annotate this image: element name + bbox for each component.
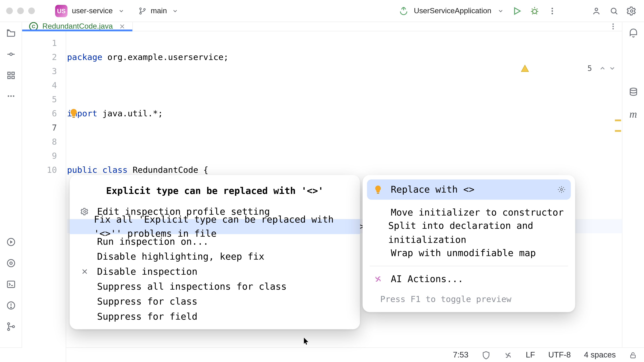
line-gutter: 1 2 3 4 5 6 7 8 9 10 [22, 31, 66, 362]
svg-point-0 [140, 8, 141, 9]
menu-item-label: Split into declaration and initializatio… [388, 219, 566, 247]
svg-line-10 [616, 12, 617, 14]
run-config-selector[interactable]: UserServiceApplication [399, 6, 504, 16]
project-selector[interactable]: US user-service [52, 3, 127, 19]
run-config-name: UserServiceApplication [414, 6, 492, 15]
left-tool-rail [0, 22, 22, 348]
main-toolbar: US user-service main [0, 0, 644, 22]
database-tool-icon[interactable] [628, 87, 638, 97]
ai-actions-item[interactable]: AI Actions... [367, 269, 571, 289]
project-avatar: US [55, 5, 68, 17]
settings-button[interactable] [623, 2, 640, 19]
code-editor[interactable]: 1 2 3 4 5 6 7 8 9 10 package org.example… [22, 31, 622, 362]
replace-with-diamond-item[interactable]: Replace with <> [367, 179, 571, 200]
suppress-for-class-item[interactable]: Suppress for class [70, 294, 360, 309]
svg-point-11 [630, 9, 633, 12]
next-highlight-icon[interactable] [609, 65, 616, 72]
svg-point-25 [10, 262, 12, 264]
svg-point-31 [8, 323, 10, 325]
menu-item-label: Wrap with unmodifiable map [391, 246, 536, 260]
menu-item-label: Suppress for class [97, 295, 198, 309]
menu-item-label: Run inspection on... [97, 234, 209, 249]
error-stripe[interactable] [617, 31, 621, 362]
split-declaration-item[interactable]: Split into declaration and initializatio… [367, 223, 571, 243]
editor-tabs: C RedundantCode.java [22, 22, 622, 31]
submenu-settings-icon[interactable] [558, 186, 565, 193]
warning-count: 5 [588, 61, 592, 75]
close-icon [79, 268, 90, 275]
code-with-me-button[interactable] [588, 2, 605, 19]
svg-rect-17 [8, 76, 10, 79]
commit-tool-icon[interactable] [6, 49, 16, 59]
svg-point-8 [595, 8, 598, 10]
vcs-tool-icon[interactable] [6, 322, 16, 332]
services-tool-icon[interactable] [6, 258, 16, 268]
readonly-lock-icon[interactable] [629, 351, 637, 359]
intention-actions-popup: Replace with <> Move initializer to cons… [362, 175, 575, 312]
menu-item-label: Disable highlighting, keep fix [97, 250, 264, 264]
project-tool-icon[interactable] [6, 28, 16, 38]
inspection-options-popup: Explicit type can be replaced with '<>' … [70, 175, 360, 329]
suppress-all-for-class-item[interactable]: Suppress all inspections for class [70, 279, 360, 294]
intention-bulb-icon[interactable] [68, 108, 79, 118]
popup-title: Explicit type can be replaced with '<>' [70, 180, 360, 204]
inspections-widget[interactable]: 5 [521, 36, 616, 101]
svg-point-40 [84, 211, 86, 213]
svg-point-5 [552, 7, 553, 9]
traffic-close[interactable] [6, 7, 13, 14]
debug-button[interactable] [526, 2, 544, 19]
window-traffic-lights [6, 7, 35, 14]
svg-point-36 [612, 23, 614, 25]
suppress-for-field-item[interactable]: Suppress for field [70, 309, 360, 324]
menu-item-label: Replace with <> [391, 183, 474, 197]
git-branch-selector[interactable]: main [138, 6, 178, 15]
problems-tool-icon[interactable] [6, 301, 16, 310]
svg-rect-46 [630, 355, 635, 358]
disable-inspection-item[interactable]: Disable inspection [70, 264, 360, 279]
run-tool-icon[interactable] [6, 237, 16, 247]
search-everywhere-button[interactable] [605, 2, 623, 19]
terminal-tool-icon[interactable] [6, 280, 16, 289]
svg-rect-39 [72, 117, 75, 118]
svg-point-33 [12, 326, 14, 328]
svg-point-6 [552, 10, 553, 11]
branch-name: main [150, 6, 167, 15]
svg-point-7 [552, 12, 553, 14]
structure-tool-icon[interactable] [6, 70, 16, 80]
maven-tool-icon[interactable]: m [630, 108, 637, 120]
svg-rect-43 [377, 193, 379, 194]
close-tab-icon[interactable] [119, 23, 125, 29]
chevron-down-icon [498, 8, 504, 14]
svg-point-19 [8, 95, 9, 97]
svg-rect-18 [12, 76, 14, 79]
active-tab-indicator [22, 29, 132, 31]
traffic-min[interactable] [17, 7, 24, 14]
svg-point-44 [560, 189, 562, 191]
svg-point-30 [10, 307, 11, 308]
lightbulb-icon [372, 185, 384, 194]
svg-marker-3 [514, 7, 520, 14]
run-button[interactable] [508, 2, 526, 19]
svg-marker-23 [10, 240, 12, 244]
menu-separator [370, 266, 568, 266]
project-name: user-service [72, 6, 113, 15]
notifications-tool-icon[interactable] [628, 28, 638, 38]
branch-icon [138, 7, 146, 15]
editor-tab-redundantcode[interactable]: C RedundantCode.java [22, 22, 133, 31]
svg-point-38 [612, 28, 614, 29]
more-actions-button[interactable] [544, 2, 561, 19]
traffic-max[interactable] [28, 7, 35, 14]
fix-all-in-file-item[interactable]: Fix all 'Explicit type can be replaced w… [70, 219, 360, 234]
more-tool-icon[interactable] [6, 92, 15, 100]
prev-highlight-icon[interactable] [599, 65, 606, 72]
svg-point-24 [7, 259, 14, 267]
mouse-cursor-icon [304, 338, 310, 346]
svg-rect-16 [12, 72, 14, 74]
chevron-down-icon [118, 8, 124, 14]
svg-point-37 [612, 26, 614, 27]
svg-point-9 [611, 8, 616, 13]
tab-options-button[interactable] [604, 22, 622, 31]
run-config-icon [399, 6, 408, 16]
svg-rect-26 [7, 281, 14, 288]
disable-highlighting-item[interactable]: Disable highlighting, keep fix [70, 249, 360, 264]
